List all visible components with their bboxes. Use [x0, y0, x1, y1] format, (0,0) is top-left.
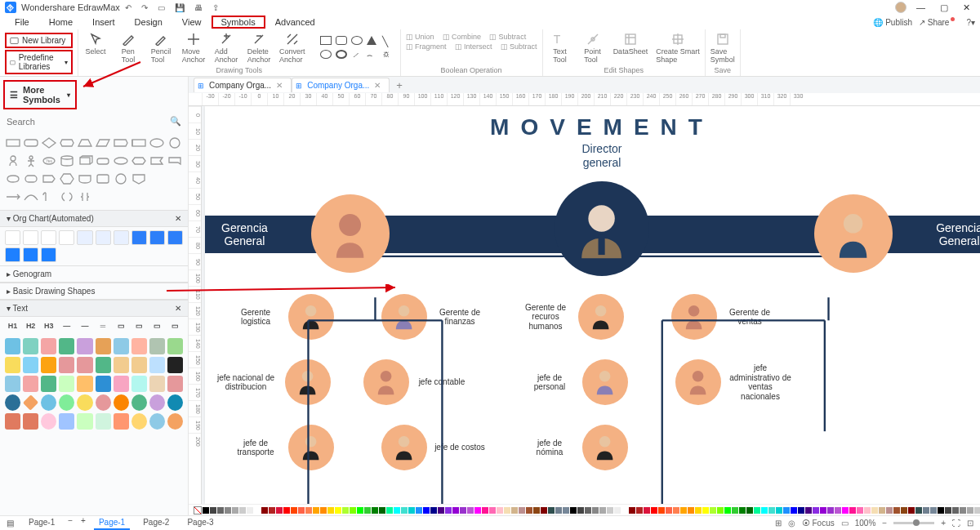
- fullscreen-icon[interactable]: ⊡: [967, 519, 973, 528]
- text-tool[interactable]: TText Tool: [548, 33, 572, 64]
- search-icon[interactable]: 🔍: [170, 116, 181, 127]
- target-icon[interactable]: ◎: [788, 519, 795, 528]
- svg-point-14: [29, 156, 33, 159]
- fragment-button[interactable]: ◫ Fragment: [406, 42, 447, 51]
- view-mode-icon[interactable]: ▭: [841, 519, 849, 528]
- basic-shapes-section[interactable]: ▸ Basic Drawing Shapes: [0, 283, 188, 300]
- remove-page-icon[interactable]: −: [68, 516, 73, 530]
- menu-bar: File Home Insert Design View Symbols Adv…: [0, 15, 980, 29]
- edit-shapes-label: Edit Shapes: [548, 66, 700, 76]
- print-icon[interactable]: 🖶: [194, 3, 203, 12]
- zoom-out-icon[interactable]: −: [882, 519, 887, 528]
- share-button[interactable]: ↗ Share: [919, 18, 949, 27]
- zoom-in-icon[interactable]: +: [941, 519, 946, 528]
- ribbon: New Library Predefine Libraries▾ Librari…: [0, 29, 980, 77]
- no-fill-icon[interactable]: [194, 506, 202, 514]
- gerencia-right-node[interactable]: [814, 194, 893, 273]
- more-symbols-label: More Symbols: [23, 85, 62, 105]
- predefine-libraries-button[interactable]: Predefine Libraries▾: [5, 50, 73, 74]
- svg-rect-1: [10, 60, 15, 64]
- undo-icon[interactable]: ↶: [125, 3, 131, 12]
- close-text-section-icon[interactable]: ✕: [175, 304, 181, 313]
- grid-icon[interactable]: ⊞: [775, 519, 782, 528]
- doc-tab-1[interactable]: Company Orga...✕: [194, 78, 292, 92]
- ruler-horizontal: -30-20-100102030405060708090100110120130…: [189, 93, 980, 106]
- pages-icon[interactable]: ▤: [7, 519, 14, 528]
- user-avatar[interactable]: [895, 2, 906, 13]
- pencil-tool[interactable]: Pencil Tool: [149, 33, 173, 64]
- genogram-section[interactable]: ▸ Genogram: [0, 265, 188, 283]
- new-icon[interactable]: ▭: [158, 3, 165, 12]
- page-tab[interactable]: Page-1: [24, 516, 60, 530]
- zoom-slider[interactable]: [893, 522, 934, 524]
- add-page-icon[interactable]: +: [81, 516, 86, 530]
- fit-page-icon[interactable]: ⛶: [952, 519, 960, 528]
- menu-advanced[interactable]: Advanced: [265, 16, 325, 29]
- close-icon[interactable]: ✕: [958, 2, 975, 13]
- color-palette[interactable]: [189, 504, 980, 515]
- drawing-tools-label: Drawing Tools: [83, 66, 395, 76]
- canvas-page[interactable]: MOVEMENT Directorgeneral Gerencia Genera…: [205, 106, 980, 504]
- menu-insert[interactable]: Insert: [82, 16, 125, 29]
- subtract-button[interactable]: ◫ Subtract: [489, 33, 526, 41]
- delete-anchor-tool[interactable]: Delete Anchor: [247, 33, 271, 64]
- intersect-button[interactable]: ◫ Intersect: [455, 42, 492, 51]
- point-tool[interactable]: Point Tool: [581, 33, 605, 64]
- predefine-libraries-label: Predefine Libraries: [19, 53, 61, 71]
- qat: ↶ ↷ ▭ 💾 🖶 ⇪: [125, 3, 219, 12]
- svg-rect-9: [132, 140, 145, 146]
- close-section-icon[interactable]: ✕: [175, 214, 181, 223]
- general-shapes-grid[interactable]: Yes: [0, 130, 188, 210]
- maximize-icon[interactable]: ▢: [935, 2, 953, 13]
- save-icon[interactable]: 💾: [175, 3, 185, 12]
- help-icon[interactable]: ?▾: [966, 18, 975, 27]
- org-chart-thumbs[interactable]: [0, 227, 188, 265]
- union-button[interactable]: ◫ Union: [406, 33, 434, 41]
- move-anchor-tool[interactable]: Move Anchor: [181, 33, 206, 64]
- text-section[interactable]: ▾ Text✕: [0, 300, 188, 317]
- search-input[interactable]: [7, 117, 165, 127]
- convert-anchor-tool[interactable]: Convert Anchor: [279, 33, 305, 64]
- export-icon[interactable]: ⇪: [212, 3, 219, 12]
- svg-point-13: [11, 156, 16, 161]
- create-smart-shape-button[interactable]: Create Smart Shape: [656, 33, 700, 64]
- svg-rect-21: [25, 176, 37, 182]
- text-thumbs[interactable]: H1H2H3 ——═▭▭▭▭: [0, 317, 188, 335]
- publish-button[interactable]: 🌐 Publish: [873, 18, 912, 27]
- svg-point-11: [150, 139, 163, 147]
- menu-home[interactable]: Home: [39, 16, 82, 29]
- doc-tab-2[interactable]: Company Orga...✕: [292, 78, 390, 92]
- org-chart-section[interactable]: ▾ Org Chart(Automated)✕: [0, 210, 188, 227]
- menu-symbols[interactable]: Symbols: [212, 16, 265, 29]
- menu-file[interactable]: File: [5, 16, 39, 29]
- page-tab[interactable]: Page-2: [138, 516, 174, 530]
- pen-tool[interactable]: Pen Tool: [116, 33, 140, 64]
- canvas-area: Company Orga...✕ Company Orga...✕ + -30-…: [189, 77, 980, 515]
- select-tool[interactable]: Select: [83, 33, 108, 64]
- svg-rect-22: [97, 175, 109, 183]
- subtract2-button[interactable]: ◫ Subtract: [501, 42, 537, 51]
- close-tab-icon[interactable]: ✕: [276, 81, 283, 90]
- page-tab[interactable]: Page-1: [94, 516, 130, 530]
- svg-rect-0: [11, 38, 18, 43]
- more-symbols-button[interactable]: ☰ More Symbols ▾: [3, 80, 77, 109]
- add-tab-button[interactable]: +: [390, 79, 409, 91]
- focus-button[interactable]: ⦿ Focus: [802, 519, 835, 528]
- svg-rect-18: [80, 158, 90, 164]
- datasheet-button[interactable]: DataSheet: [613, 33, 648, 64]
- menu-design[interactable]: Design: [125, 16, 172, 29]
- director-node[interactable]: [555, 181, 649, 276]
- combine-button[interactable]: ◫ Combine: [443, 33, 482, 41]
- menu-view[interactable]: View: [172, 16, 212, 29]
- sticker-grid[interactable]: [0, 335, 188, 433]
- minimize-icon[interactable]: —: [911, 2, 930, 12]
- page-tab[interactable]: Page-3: [182, 516, 218, 530]
- svg-rect-7: [7, 140, 20, 146]
- add-anchor-tool[interactable]: Add Anchor: [214, 33, 238, 64]
- gerencia-left-node[interactable]: [311, 194, 390, 273]
- close-tab-icon[interactable]: ✕: [374, 81, 381, 90]
- save-symbol-button[interactable]: Save Symbol: [710, 33, 735, 64]
- new-library-button[interactable]: New Library: [5, 33, 73, 48]
- redo-icon[interactable]: ↷: [141, 3, 148, 12]
- quick-shapes[interactable]: ╲ ⟋⌢⛭: [320, 36, 395, 60]
